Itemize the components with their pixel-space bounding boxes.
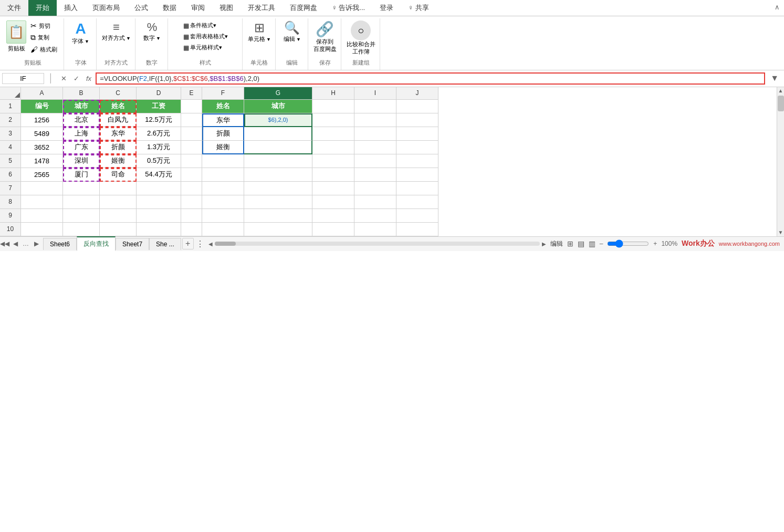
- cell-C4[interactable]: 折颜: [100, 141, 137, 154]
- cell-H5[interactable]: [312, 154, 354, 168]
- tab-insert[interactable]: 插入: [57, 0, 85, 16]
- row-header-4[interactable]: 4: [0, 141, 21, 154]
- hscroll-left-btn[interactable]: ◀: [208, 241, 213, 247]
- cell-J9[interactable]: [396, 209, 438, 223]
- row-header-7[interactable]: 7: [0, 182, 21, 195]
- cell-A7[interactable]: [21, 182, 63, 195]
- cell-J6[interactable]: [396, 168, 438, 182]
- format-painter-button[interactable]: 🖌 格式刷: [28, 44, 59, 55]
- cell-B3[interactable]: 上海: [63, 127, 100, 141]
- cell-style-button[interactable]: ▦ 单元格样式▾: [182, 43, 229, 53]
- cell-D3[interactable]: 2.6万元: [137, 127, 181, 141]
- cell-C9[interactable]: [100, 209, 137, 223]
- cell-A8[interactable]: [21, 195, 63, 209]
- cell-I10[interactable]: [354, 223, 396, 236]
- cell-D4[interactable]: 1.3万元: [137, 141, 181, 154]
- cell-A1[interactable]: 编号: [21, 100, 63, 113]
- cell-F6[interactable]: [202, 168, 244, 182]
- row-header-9[interactable]: 9: [0, 209, 21, 223]
- tab-dev[interactable]: 开发工具: [241, 0, 283, 16]
- cell-H1[interactable]: [312, 100, 354, 113]
- cell-C7[interactable]: [100, 182, 137, 195]
- cell-D5[interactable]: 0.5万元: [137, 154, 181, 168]
- cell-H9[interactable]: [312, 209, 354, 223]
- cell-F2[interactable]: 东华: [202, 113, 244, 127]
- cell-F8[interactable]: [202, 195, 244, 209]
- cell-A3[interactable]: 5489: [21, 127, 63, 141]
- cell-A9[interactable]: [21, 209, 63, 223]
- cell-E8[interactable]: [181, 195, 202, 209]
- cell-J3[interactable]: [396, 127, 438, 141]
- col-header-C[interactable]: C: [100, 87, 137, 100]
- editing-button[interactable]: 🔍 编辑 ▼: [284, 20, 301, 43]
- alignment-button[interactable]: ≡ 对齐方式 ▼: [102, 20, 131, 42]
- cell-I8[interactable]: [354, 195, 396, 209]
- cell-G6[interactable]: [244, 168, 312, 182]
- cell-C5[interactable]: 姬衡: [100, 154, 137, 168]
- cell-I6[interactable]: [354, 168, 396, 182]
- cut-button[interactable]: ✂ 剪切: [28, 20, 59, 31]
- ribbon-collapse-btn[interactable]: ∧: [770, 0, 784, 16]
- table-style-button[interactable]: ▦ 套用表格格式▾: [182, 32, 229, 41]
- cell-B8[interactable]: [63, 195, 100, 209]
- cell-D10[interactable]: [137, 223, 181, 236]
- cell-E1[interactable]: [181, 100, 202, 113]
- cell-C2[interactable]: 白凤九: [100, 113, 137, 127]
- cell-I7[interactable]: [354, 182, 396, 195]
- cell-D6[interactable]: 54.4万元: [137, 168, 181, 182]
- col-header-I[interactable]: I: [354, 87, 396, 100]
- cell-C6[interactable]: 司命: [100, 168, 137, 182]
- cell-F7[interactable]: [202, 182, 244, 195]
- tab-layout[interactable]: 页面布局: [85, 0, 127, 16]
- cell-C8[interactable]: [100, 195, 137, 209]
- tab-file[interactable]: 文件: [0, 0, 28, 16]
- cell-E4[interactable]: [181, 141, 202, 154]
- tab-view[interactable]: 视图: [212, 0, 241, 16]
- sheet-tab-sheet6[interactable]: Sheet6: [43, 238, 77, 250]
- tab-review[interactable]: 审阅: [184, 0, 212, 16]
- cell-B7[interactable]: [63, 182, 100, 195]
- tab-login[interactable]: 登录: [372, 0, 401, 16]
- cell-B10[interactable]: [63, 223, 100, 236]
- cell-G5[interactable]: [244, 154, 312, 168]
- cell-B2[interactable]: 北京: [63, 113, 100, 127]
- scrollbar-thumb[interactable]: [778, 96, 784, 111]
- cell-reference-box[interactable]: [2, 73, 44, 84]
- cell-A6[interactable]: 2565: [21, 168, 63, 182]
- hscroll-right-btn[interactable]: ▶: [542, 241, 546, 247]
- col-header-F[interactable]: F: [202, 87, 244, 100]
- save-baidu-button[interactable]: 🔗 保存到 百度网盘: [313, 20, 337, 53]
- cell-F1[interactable]: 姓名: [202, 100, 244, 113]
- cell-C3[interactable]: 东华: [100, 127, 137, 141]
- formula-bar-dropdown[interactable]: ▼: [767, 74, 782, 83]
- tab-formula[interactable]: 公式: [127, 0, 155, 16]
- cell-A10[interactable]: [21, 223, 63, 236]
- cell-H3[interactable]: [312, 127, 354, 141]
- cell-C1[interactable]: 姓名: [100, 100, 137, 113]
- row-header-1[interactable]: 1: [0, 100, 21, 113]
- cell-I1[interactable]: [354, 100, 396, 113]
- cell-G2[interactable]: $6),2,0): [244, 113, 312, 127]
- col-header-H[interactable]: H: [312, 87, 354, 100]
- cell-D2[interactable]: 12.5万元: [137, 113, 181, 127]
- view-btn-normal[interactable]: ⊞: [567, 239, 573, 248]
- cell-A2[interactable]: 1256: [21, 113, 63, 127]
- cell-F5[interactable]: [202, 154, 244, 168]
- row-header-8[interactable]: 8: [0, 195, 21, 209]
- tab-baidu[interactable]: 百度网盘: [283, 0, 325, 16]
- tab-data[interactable]: 数据: [155, 0, 184, 16]
- cell-H2[interactable]: [312, 113, 354, 127]
- view-btn-page[interactable]: ▤: [578, 239, 584, 248]
- zoom-slider[interactable]: [607, 239, 649, 248]
- cell-H6[interactable]: [312, 168, 354, 182]
- col-header-D[interactable]: D: [137, 87, 181, 100]
- cell-G10[interactable]: [244, 223, 312, 236]
- cell-G3[interactable]: [244, 127, 312, 141]
- cell-G4[interactable]: [244, 141, 312, 154]
- sheet-nav-first[interactable]: ◀◀: [0, 239, 9, 248]
- cell-A4[interactable]: 3652: [21, 141, 63, 154]
- cell-D1[interactable]: 工资: [137, 100, 181, 113]
- cell-J2[interactable]: [396, 113, 438, 127]
- cell-E9[interactable]: [181, 209, 202, 223]
- copy-button[interactable]: ⧉ 复制: [28, 32, 59, 43]
